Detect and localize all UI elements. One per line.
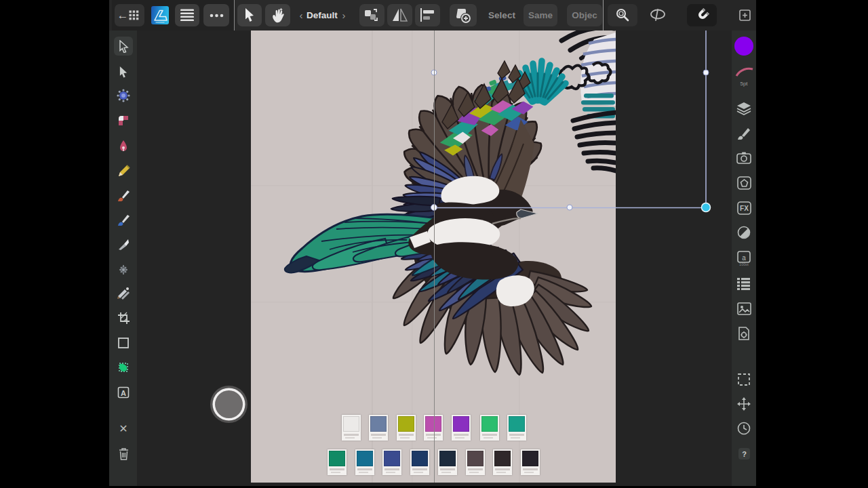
svg-text:A: A — [121, 389, 126, 397]
svg-text:?: ? — [742, 450, 747, 458]
svg-text:a: a — [742, 254, 746, 262]
svg-text:100pt: 100pt — [739, 262, 749, 266]
svg-text:FX: FX — [740, 205, 749, 212]
